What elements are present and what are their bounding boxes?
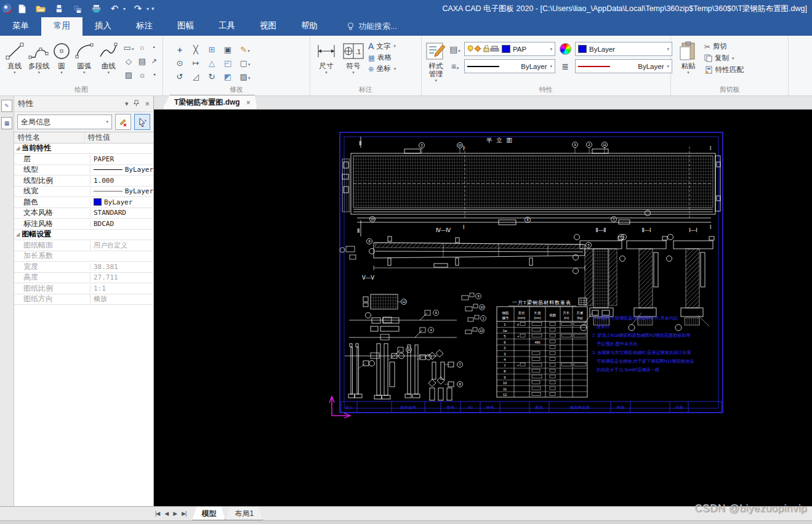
- layer-tool-icon[interactable]: ▤▾: [449, 44, 460, 54]
- match-properties-tool[interactable]: 特性匹配: [704, 65, 744, 75]
- ellipse-icon[interactable]: ○: [140, 44, 145, 52]
- tab-tools[interactable]: 工具: [206, 17, 247, 36]
- tab-sheet[interactable]: 图幅: [165, 17, 206, 36]
- section-current[interactable]: ◢当前特性: [14, 143, 153, 155]
- circle-tool[interactable]: 圆▾: [52, 39, 71, 75]
- polygon-icon[interactable]: ◇: [126, 57, 132, 65]
- style-manager-tool[interactable]: 样式管理▾: [425, 39, 446, 83]
- save-all-icon[interactable]: [71, 2, 84, 15]
- linetype-tool-icon[interactable]: ≡▾: [451, 62, 459, 71]
- line-tool[interactable]: 直线▾: [4, 39, 25, 75]
- tab-view[interactable]: 视图: [247, 17, 289, 36]
- lineweight-combo[interactable]: ByLayer ▾: [575, 59, 672, 73]
- section-sheet[interactable]: ◢图幅设置: [14, 230, 153, 241]
- tab-insert[interactable]: 插入: [82, 17, 124, 36]
- next-tab-icon[interactable]: ▶: [173, 510, 177, 517]
- symbol-tool[interactable]: .1 符号▾: [341, 39, 366, 75]
- break-icon[interactable]: ╳: [193, 46, 198, 54]
- prop-row-sheetsize[interactable]: 图纸幅面 用户自定义: [14, 240, 153, 251]
- move-icon[interactable]: ＋: [176, 46, 184, 54]
- spline-tool[interactable]: 曲线▾: [98, 39, 119, 75]
- hatch-edit-icon[interactable]: ▨▾: [240, 73, 251, 81]
- collapse-icon[interactable]: ◢: [16, 232, 20, 237]
- copy-object-icon[interactable]: ▣: [224, 46, 231, 54]
- point-icon[interactable]: •: [153, 45, 155, 50]
- panel-menu-icon[interactable]: ▾: [125, 100, 129, 108]
- properties-palette-icon[interactable]: ✎: [1, 100, 12, 112]
- layer-combo[interactable]: PAP ▾: [464, 42, 555, 56]
- qat-customize-icon[interactable]: ▾: [151, 6, 155, 12]
- mirror3d-icon[interactable]: ◩: [224, 73, 231, 81]
- color-wheel-icon[interactable]: [560, 43, 571, 55]
- redo-dropdown-icon[interactable]: ▾: [147, 6, 149, 12]
- tab-common[interactable]: 常用: [41, 17, 82, 36]
- text-tool[interactable]: A文字▾: [368, 41, 396, 51]
- save-icon[interactable]: [53, 2, 65, 15]
- prop-row-ltscale[interactable]: 线型比例 1.000: [14, 175, 153, 187]
- offset-icon[interactable]: ⊙: [177, 59, 183, 67]
- rect-array-icon[interactable]: ▢▾: [240, 59, 251, 67]
- rectangle-icon[interactable]: ▭▾: [124, 44, 134, 52]
- prop-row-width[interactable]: 宽度 38.381: [14, 262, 153, 273]
- prop-row-textstyle[interactable]: 文本风格 STANDARD: [14, 208, 153, 219]
- coordinate-tool[interactable]: ⊕坐标▾: [368, 64, 396, 73]
- tab-nav-arrows[interactable]: |◀ ◀ ▶ ▶|: [155, 507, 186, 520]
- clear-edit-button[interactable]: [115, 114, 131, 130]
- drawing-canvas[interactable]: 半 立 面 Ⅴ—Ⅴ Ⅳ—Ⅳ Ⅱ—Ⅱ Ⅱ—Ⅰ Ⅰ—Ⅰ Ⅱ Ⅱ Ⅰ Ⅰ Ⅰ Ⅰ 一片…: [154, 110, 812, 506]
- prop-row-scale[interactable]: 图纸比例 1:1: [14, 283, 153, 294]
- color-combo[interactable]: ByLayer ▾: [575, 42, 672, 56]
- library-palette-icon[interactable]: ▦: [1, 117, 12, 129]
- prop-row-color[interactable]: 颜色 ByLayer: [14, 197, 153, 208]
- linetype-combo[interactable]: ByLayer ▾: [464, 59, 555, 73]
- wipeout-icon[interactable]: ◔: [151, 71, 156, 79]
- undo-icon[interactable]: ↶: [108, 2, 121, 15]
- tab-annotate[interactable]: 标注: [124, 17, 165, 36]
- prev-tab-icon[interactable]: ◀: [164, 510, 168, 517]
- edit-icon[interactable]: ✎▾: [240, 46, 249, 54]
- cad-drawing[interactable]: 半 立 面 Ⅴ—Ⅴ Ⅳ—Ⅳ Ⅱ—Ⅱ Ⅱ—Ⅰ Ⅰ—Ⅰ Ⅱ Ⅱ Ⅰ Ⅰ Ⅰ Ⅰ 一片…: [154, 110, 812, 506]
- prop-row-layer[interactable]: 层 PAPER: [14, 154, 153, 165]
- document-tab[interactable]: T梁钢筋布置图.dwg ×: [163, 95, 257, 109]
- table-tool[interactable]: ▦表格: [368, 53, 396, 62]
- menu-button[interactable]: 菜单: [0, 17, 41, 36]
- quick-select-button[interactable]: [134, 114, 150, 130]
- chamfer-icon[interactable]: ◿: [193, 73, 199, 81]
- pin-icon[interactable]: [134, 100, 139, 108]
- open-file-icon[interactable]: [34, 2, 47, 15]
- tab-help[interactable]: 帮助: [289, 17, 330, 36]
- polyline-tool[interactable]: 多段线▾: [28, 39, 49, 75]
- app-icon[interactable]: [2, 4, 12, 14]
- print-icon[interactable]: [90, 2, 102, 15]
- copy-tool[interactable]: 复制▾: [704, 54, 744, 63]
- prop-row-extfactor[interactable]: 加长系数: [14, 251, 153, 262]
- tab-close-icon[interactable]: ×: [246, 99, 251, 107]
- rotate-icon[interactable]: ↺: [177, 73, 183, 81]
- paste-tool[interactable]: 粘贴▾: [675, 39, 702, 75]
- function-search[interactable]: 功能搜索...: [347, 21, 397, 32]
- hatch-icon[interactable]: ▨: [125, 71, 132, 79]
- undo-dropdown-icon[interactable]: ▾: [123, 6, 126, 12]
- prop-row-linetype[interactable]: 线型 ByLayer: [14, 165, 153, 176]
- last-tab-icon[interactable]: ▶|: [182, 510, 186, 517]
- fillet-icon[interactable]: ◰: [224, 59, 231, 67]
- arc-tool[interactable]: 圆弧▾: [73, 39, 95, 75]
- cut-tool[interactable]: ✂剪切: [704, 42, 744, 51]
- array-icon[interactable]: ⊞: [209, 46, 215, 54]
- scope-selector[interactable]: 全局信息 ▾: [17, 115, 112, 129]
- close-icon[interactable]: ×: [145, 99, 150, 108]
- new-file-icon[interactable]: [16, 2, 28, 15]
- block-icon[interactable]: ▤: [139, 57, 146, 65]
- tab-layout1[interactable]: 布局1: [225, 507, 263, 520]
- lineweight-tool-icon[interactable]: ≣: [561, 62, 569, 71]
- first-tab-icon[interactable]: |◀: [155, 510, 159, 517]
- collapse-icon[interactable]: ◢: [16, 145, 20, 151]
- tab-model[interactable]: 模型: [192, 507, 225, 520]
- prop-row-lineweight[interactable]: 线宽 ByLayer: [14, 187, 153, 198]
- prop-row-dimstyle[interactable]: 标注风格 BDCAD: [14, 219, 153, 230]
- pick-icon[interactable]: ↗: [151, 58, 156, 65]
- prop-row-orientation[interactable]: 图纸方向 横放: [14, 294, 153, 305]
- extend-icon[interactable]: ↦: [193, 59, 199, 67]
- gear-icon[interactable]: ☼: [139, 71, 146, 79]
- redo-icon[interactable]: ↷: [132, 2, 144, 15]
- prop-row-height[interactable]: 高度 27.711: [14, 273, 153, 284]
